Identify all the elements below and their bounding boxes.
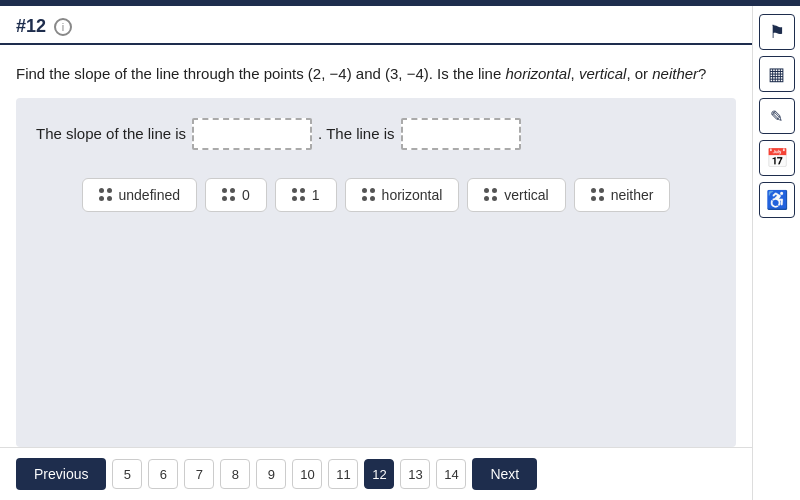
calculator-button[interactable]: ▦	[759, 56, 795, 92]
chip-horizontal[interactable]: horizontal	[345, 178, 460, 212]
main-container: #12 i Find the slope of the line through…	[0, 6, 800, 500]
fill-in-sentence: The slope of the line is . The line is	[36, 118, 716, 150]
page-14[interactable]: 14	[436, 459, 466, 489]
sketch-button[interactable]: ✎	[759, 98, 795, 134]
calendar-button[interactable]: 📅	[759, 140, 795, 176]
blank-box-2[interactable]	[401, 118, 521, 150]
flag-icon: ⚑	[769, 21, 785, 43]
chip-zero[interactable]: 0	[205, 178, 267, 212]
calculator-icon: ▦	[768, 63, 785, 85]
flag-button[interactable]: ⚑	[759, 14, 795, 50]
chip-label-horizontal: horizontal	[382, 187, 443, 203]
info-icon[interactable]: i	[54, 18, 72, 36]
sidebar: ⚑ ▦ ✎ 📅 ♿	[752, 6, 800, 500]
chip-dots-vertical	[484, 188, 498, 202]
chip-dots-horizontal	[362, 188, 376, 202]
chip-label-undefined: undefined	[119, 187, 181, 203]
page-6[interactable]: 6	[148, 459, 178, 489]
content-area: #12 i Find the slope of the line through…	[0, 6, 752, 500]
chip-label-neither: neither	[611, 187, 654, 203]
sketch-icon: ✎	[770, 107, 783, 126]
chip-label-zero: 0	[242, 187, 250, 203]
page-8[interactable]: 8	[220, 459, 250, 489]
chip-label-vertical: vertical	[504, 187, 548, 203]
page-12[interactable]: 12	[364, 459, 394, 489]
answer-chips: undefined01horizontalverticalneither	[36, 178, 716, 212]
question-text: Find the slope of the line through the p…	[0, 45, 752, 98]
answer-area: The slope of the line is . The line is u…	[16, 98, 736, 448]
chip-dots-undefined	[99, 188, 113, 202]
page-5[interactable]: 5	[112, 459, 142, 489]
calendar-icon: 📅	[766, 147, 788, 169]
question-header: #12 i	[0, 6, 752, 45]
page-7[interactable]: 7	[184, 459, 214, 489]
chip-label-one: 1	[312, 187, 320, 203]
page-11[interactable]: 11	[328, 459, 358, 489]
fill-middle: . The line is	[318, 125, 394, 142]
blank-box-1[interactable]	[192, 118, 312, 150]
accessibility-icon: ♿	[766, 189, 788, 211]
next-button[interactable]: Next	[472, 458, 537, 490]
question-number: #12	[16, 16, 46, 37]
previous-button[interactable]: Previous	[16, 458, 106, 490]
page-9[interactable]: 9	[256, 459, 286, 489]
chip-neither[interactable]: neither	[574, 178, 671, 212]
accessibility-button[interactable]: ♿	[759, 182, 795, 218]
page-13[interactable]: 13	[400, 459, 430, 489]
fill-prefix: The slope of the line is	[36, 125, 186, 142]
chip-one[interactable]: 1	[275, 178, 337, 212]
navigation-bar: Previous 5 6 7 8 9 10 11 12 13 14 Next	[0, 447, 752, 500]
chip-dots-neither	[591, 188, 605, 202]
chip-vertical[interactable]: vertical	[467, 178, 565, 212]
chip-undefined[interactable]: undefined	[82, 178, 198, 212]
chip-dots-zero	[222, 188, 236, 202]
page-10[interactable]: 10	[292, 459, 322, 489]
chip-dots-one	[292, 188, 306, 202]
